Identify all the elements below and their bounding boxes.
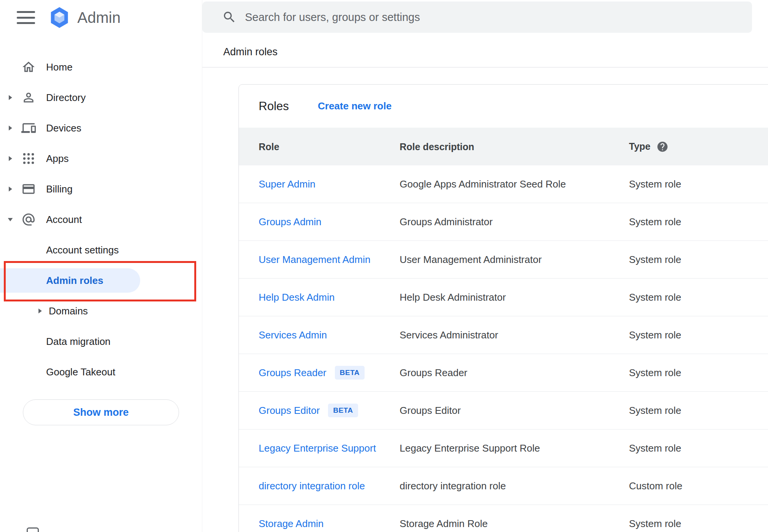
devices-icon	[21, 121, 36, 135]
table-row: User Management Admin User Management Ad…	[239, 241, 768, 279]
beta-badge: BETA	[328, 404, 358, 417]
role-cell: User Management Admin	[259, 254, 370, 266]
help-question-icon[interactable]	[656, 141, 669, 153]
role-cell: Help Desk Admin	[259, 292, 334, 303]
chevron-right-icon[interactable]	[37, 308, 43, 314]
sidebar-item-label: Billing	[46, 183, 72, 195]
table-row: directory integration role directory int…	[239, 467, 768, 505]
sidebar-item-apps[interactable]: Apps	[0, 143, 202, 174]
role-cell: Groups Reader BETA	[259, 366, 365, 380]
role-type: System role	[629, 329, 681, 341]
admin-console-page: Admin Home Directory	[0, 0, 768, 532]
sidebar-item-label: Account	[46, 214, 82, 226]
role-description: Groups Administrator	[400, 216, 493, 228]
billing-card-icon	[21, 182, 36, 196]
sidebar-item-label: Devices	[46, 122, 81, 134]
sidebar-item-label: Admin roles	[46, 275, 103, 287]
role-link[interactable]: Help Desk Admin	[259, 292, 334, 303]
role-type: System role	[629, 254, 681, 266]
search-input[interactable]	[245, 2, 733, 33]
sidebar-item-account[interactable]: Account	[0, 204, 202, 235]
role-type: System role	[629, 442, 681, 454]
role-description: User Management Administrator	[400, 254, 542, 266]
show-more-button[interactable]: Show more	[23, 399, 179, 425]
sidebar-item-label: Domains	[49, 305, 88, 317]
column-header-role-description: Role description	[400, 141, 474, 152]
admin-hexagon-logo-icon	[49, 6, 70, 29]
table-row: Help Desk Admin Help Desk Administrator …	[239, 279, 768, 316]
sidebar-item-directory[interactable]: Directory	[0, 82, 202, 113]
sidebar-item-admin-roles[interactable]: Admin roles	[0, 265, 202, 296]
roles-card-header: Roles Create new role	[239, 85, 768, 128]
beta-badge: BETA	[335, 366, 365, 380]
role-link[interactable]: Groups Editor	[259, 405, 320, 417]
role-description: directory integration role	[400, 480, 506, 492]
sidebar-item-billing[interactable]: Billing	[0, 174, 202, 204]
role-type: System role	[629, 216, 681, 228]
table-row: Services Admin Services Administrator Sy…	[239, 316, 768, 354]
main-content: Admin roles Roles Create new role Role R…	[202, 0, 768, 532]
sidebar-item-account-settings[interactable]: Account settings	[0, 235, 202, 265]
role-cell: Legacy Enterprise Support	[259, 442, 376, 454]
role-description: Google Apps Administrator Seed Role	[400, 178, 566, 190]
table-header-row: Role Role description Type	[239, 128, 768, 165]
table-row: Groups Editor BETA Groups Editor System …	[239, 392, 768, 429]
directory-person-icon	[21, 90, 36, 105]
column-header-role: Role	[259, 141, 279, 152]
sidebar-item-google-takeout[interactable]: Google Takeout	[0, 357, 202, 387]
account-at-icon	[21, 212, 36, 227]
role-link[interactable]: Super Admin	[259, 178, 315, 190]
role-description: Legacy Enterprise Support Role	[400, 442, 540, 454]
sidebar-item-home[interactable]: Home	[0, 52, 202, 82]
table-row: Storage Admin Storage Admin Role System …	[239, 505, 768, 532]
sidebar-item-label: Directory	[46, 92, 86, 104]
role-cell: Groups Admin	[259, 216, 322, 228]
app-title: Admin	[77, 9, 120, 26]
role-link[interactable]: Groups Reader	[259, 367, 326, 379]
role-description: Groups Reader	[400, 367, 467, 379]
role-cell: Storage Admin	[259, 518, 324, 530]
chevron-right-icon[interactable]	[7, 155, 13, 162]
role-type: System role	[629, 367, 681, 379]
sidebar-item-label: Apps	[46, 153, 69, 165]
role-description: Storage Admin Role	[400, 518, 488, 530]
header-divider	[202, 67, 768, 67]
chevron-right-icon[interactable]	[7, 186, 13, 192]
breadcrumb: Admin roles	[223, 46, 278, 58]
chevron-right-icon[interactable]	[7, 95, 13, 101]
table-row: Groups Admin Groups Administrator System…	[239, 203, 768, 241]
create-new-role-link[interactable]: Create new role	[318, 100, 392, 112]
sidebar-item-label: Home	[46, 61, 72, 73]
brand-bar: Admin	[0, 0, 120, 35]
role-link[interactable]: Groups Admin	[259, 216, 322, 228]
sidebar: Admin Home Directory	[0, 0, 202, 532]
role-description: Help Desk Administrator	[400, 292, 506, 303]
roles-table-body: Super Admin Google Apps Administrator Se…	[239, 165, 768, 532]
role-link[interactable]: directory integration role	[259, 480, 365, 492]
home-icon	[21, 60, 36, 74]
sidebar-nav: Home Directory Devices	[0, 52, 202, 387]
role-cell: directory integration role	[259, 480, 365, 492]
sidebar-item-domains[interactable]: Domains	[0, 296, 202, 326]
role-link[interactable]: Services Admin	[259, 329, 327, 341]
partial-bottom-icon	[27, 527, 39, 532]
role-link[interactable]: User Management Admin	[259, 254, 370, 266]
roles-card: Roles Create new role Role Role descript…	[238, 84, 768, 532]
role-type: System role	[629, 518, 681, 530]
chevron-down-icon[interactable]	[7, 216, 13, 223]
sidebar-item-data-migration[interactable]: Data migration	[0, 326, 202, 357]
role-cell: Groups Editor BETA	[259, 404, 358, 417]
role-type: System role	[629, 178, 681, 190]
search-icon	[222, 10, 237, 24]
role-type: System role	[629, 292, 681, 303]
sidebar-item-devices[interactable]: Devices	[0, 113, 202, 143]
role-link[interactable]: Legacy Enterprise Support	[259, 442, 376, 454]
sidebar-item-label: Google Takeout	[46, 366, 115, 378]
hamburger-menu-icon[interactable]	[17, 10, 35, 25]
table-row: Legacy Enterprise Support Legacy Enterpr…	[239, 429, 768, 467]
chevron-right-icon[interactable]	[7, 125, 13, 131]
role-link[interactable]: Storage Admin	[259, 518, 324, 530]
column-header-type-label: Type	[629, 141, 651, 152]
table-row: Super Admin Google Apps Administrator Se…	[239, 165, 768, 203]
search-bar[interactable]	[202, 2, 752, 33]
